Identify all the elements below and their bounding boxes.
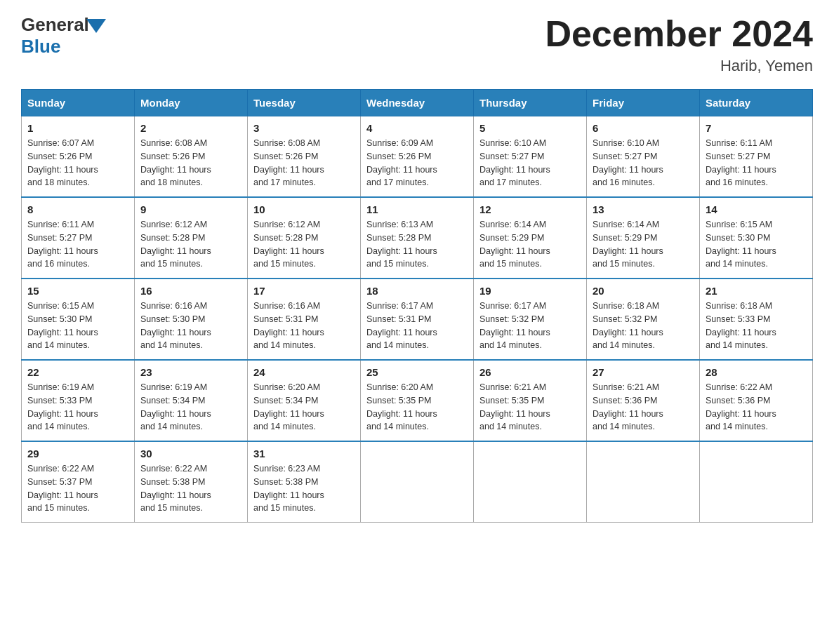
day-info: Sunrise: 6:14 AMSunset: 5:29 PMDaylight:…	[479, 218, 581, 271]
day-number: 8	[27, 203, 128, 215]
day-info: Sunrise: 6:20 AMSunset: 5:34 PMDaylight:…	[253, 381, 355, 434]
day-number: 19	[479, 285, 581, 297]
calendar-cell: 16Sunrise: 6:16 AMSunset: 5:30 PMDayligh…	[135, 279, 248, 360]
day-number: 23	[140, 366, 241, 378]
day-number: 15	[27, 285, 128, 297]
day-info: Sunrise: 6:17 AMSunset: 5:31 PMDaylight:…	[366, 300, 468, 352]
calendar-cell: 6Sunrise: 6:10 AMSunset: 5:27 PMDaylight…	[587, 116, 700, 198]
week-row-1: 1Sunrise: 6:07 AMSunset: 5:26 PMDaylight…	[22, 116, 813, 198]
day-number: 26	[479, 366, 581, 378]
calendar-cell: 12Sunrise: 6:14 AMSunset: 5:29 PMDayligh…	[474, 197, 587, 279]
day-number: 30	[140, 448, 241, 459]
calendar-cell: 2Sunrise: 6:08 AMSunset: 5:26 PMDaylight…	[135, 116, 248, 198]
day-info: Sunrise: 6:10 AMSunset: 5:27 PMDaylight:…	[593, 137, 694, 189]
calendar-cell: 31Sunrise: 6:23 AMSunset: 5:38 PMDayligh…	[248, 441, 361, 523]
header-tuesday: Tuesday	[248, 90, 361, 116]
calendar-cell	[474, 441, 587, 523]
week-row-5: 29Sunrise: 6:22 AMSunset: 5:37 PMDayligh…	[22, 441, 813, 523]
day-number: 20	[593, 285, 694, 297]
day-info: Sunrise: 6:19 AMSunset: 5:33 PMDaylight:…	[27, 381, 128, 434]
logo-icon: General Blue	[21, 14, 106, 58]
logo-general: General	[21, 14, 89, 36]
day-number: 31	[253, 448, 355, 459]
calendar-cell: 7Sunrise: 6:11 AMSunset: 5:27 PMDaylight…	[700, 116, 813, 198]
header-wednesday: Wednesday	[361, 90, 474, 116]
calendar-cell: 27Sunrise: 6:21 AMSunset: 5:36 PMDayligh…	[587, 360, 700, 441]
day-info: Sunrise: 6:22 AMSunset: 5:36 PMDaylight:…	[706, 381, 807, 434]
day-info: Sunrise: 6:18 AMSunset: 5:32 PMDaylight:…	[593, 300, 694, 352]
header-row: SundayMondayTuesdayWednesdayThursdayFrid…	[22, 90, 813, 116]
day-info: Sunrise: 6:21 AMSunset: 5:35 PMDaylight:…	[479, 381, 581, 434]
calendar-body: 1Sunrise: 6:07 AMSunset: 5:26 PMDaylight…	[22, 116, 813, 523]
day-number: 27	[593, 366, 694, 378]
calendar-cell: 19Sunrise: 6:17 AMSunset: 5:32 PMDayligh…	[474, 279, 587, 360]
calendar-cell: 23Sunrise: 6:19 AMSunset: 5:34 PMDayligh…	[135, 360, 248, 441]
page-title: December 2024	[545, 14, 813, 54]
day-info: Sunrise: 6:16 AMSunset: 5:30 PMDaylight:…	[140, 300, 241, 352]
day-number: 7	[706, 122, 807, 134]
day-number: 10	[253, 203, 355, 215]
calendar-cell: 13Sunrise: 6:14 AMSunset: 5:29 PMDayligh…	[587, 197, 700, 279]
day-info: Sunrise: 6:23 AMSunset: 5:38 PMDaylight:…	[253, 462, 355, 515]
header-friday: Friday	[587, 90, 700, 116]
calendar-cell: 18Sunrise: 6:17 AMSunset: 5:31 PMDayligh…	[361, 279, 474, 360]
header-saturday: Saturday	[700, 90, 813, 116]
calendar-cell	[587, 441, 700, 523]
page-header: General Blue December 2024 Harib, Yemen	[21, 14, 813, 75]
day-number: 25	[366, 366, 468, 378]
calendar-cell: 21Sunrise: 6:18 AMSunset: 5:33 PMDayligh…	[700, 279, 813, 360]
day-info: Sunrise: 6:11 AMSunset: 5:27 PMDaylight:…	[27, 218, 128, 271]
day-number: 29	[27, 448, 128, 459]
calendar-cell: 5Sunrise: 6:10 AMSunset: 5:27 PMDaylight…	[474, 116, 587, 198]
title-block: December 2024 Harib, Yemen	[545, 14, 813, 75]
day-number: 22	[27, 366, 128, 378]
day-number: 28	[706, 366, 807, 378]
header-monday: Monday	[135, 90, 248, 116]
day-info: Sunrise: 6:07 AMSunset: 5:26 PMDaylight:…	[27, 137, 128, 189]
calendar-cell: 20Sunrise: 6:18 AMSunset: 5:32 PMDayligh…	[587, 279, 700, 360]
day-number: 3	[253, 122, 355, 134]
calendar-table: SundayMondayTuesdayWednesdayThursdayFrid…	[21, 89, 813, 523]
calendar-cell: 29Sunrise: 6:22 AMSunset: 5:37 PMDayligh…	[22, 441, 135, 523]
day-info: Sunrise: 6:21 AMSunset: 5:36 PMDaylight:…	[593, 381, 694, 434]
day-info: Sunrise: 6:15 AMSunset: 5:30 PMDaylight:…	[706, 218, 807, 271]
day-number: 2	[140, 122, 241, 134]
day-info: Sunrise: 6:10 AMSunset: 5:27 PMDaylight:…	[479, 137, 581, 189]
day-number: 17	[253, 285, 355, 297]
day-info: Sunrise: 6:09 AMSunset: 5:26 PMDaylight:…	[366, 137, 468, 189]
day-info: Sunrise: 6:22 AMSunset: 5:37 PMDaylight:…	[27, 462, 128, 515]
calendar-cell: 24Sunrise: 6:20 AMSunset: 5:34 PMDayligh…	[248, 360, 361, 441]
day-number: 18	[366, 285, 468, 297]
day-number: 1	[27, 122, 128, 134]
day-info: Sunrise: 6:18 AMSunset: 5:33 PMDaylight:…	[706, 300, 807, 352]
day-info: Sunrise: 6:15 AMSunset: 5:30 PMDaylight:…	[27, 300, 128, 352]
calendar-header: SundayMondayTuesdayWednesdayThursdayFrid…	[22, 90, 813, 116]
week-row-4: 22Sunrise: 6:19 AMSunset: 5:33 PMDayligh…	[22, 360, 813, 441]
calendar-cell	[361, 441, 474, 523]
day-number: 16	[140, 285, 241, 297]
day-number: 24	[253, 366, 355, 378]
header-sunday: Sunday	[22, 90, 135, 116]
day-info: Sunrise: 6:16 AMSunset: 5:31 PMDaylight:…	[253, 300, 355, 352]
page-subtitle: Harib, Yemen	[545, 57, 813, 75]
day-number: 13	[593, 203, 694, 215]
day-number: 4	[366, 122, 468, 134]
day-info: Sunrise: 6:08 AMSunset: 5:26 PMDaylight:…	[253, 137, 355, 189]
calendar-cell: 8Sunrise: 6:11 AMSunset: 5:27 PMDaylight…	[22, 197, 135, 279]
day-number: 12	[479, 203, 581, 215]
day-info: Sunrise: 6:14 AMSunset: 5:29 PMDaylight:…	[593, 218, 694, 271]
logo-triangle-icon	[86, 19, 106, 33]
logo-blue: Blue	[21, 36, 60, 58]
day-info: Sunrise: 6:08 AMSunset: 5:26 PMDaylight:…	[140, 137, 241, 189]
day-info: Sunrise: 6:12 AMSunset: 5:28 PMDaylight:…	[140, 218, 241, 271]
day-info: Sunrise: 6:11 AMSunset: 5:27 PMDaylight:…	[706, 137, 807, 189]
header-thursday: Thursday	[474, 90, 587, 116]
calendar-cell: 15Sunrise: 6:15 AMSunset: 5:30 PMDayligh…	[22, 279, 135, 360]
calendar-cell: 11Sunrise: 6:13 AMSunset: 5:28 PMDayligh…	[361, 197, 474, 279]
day-info: Sunrise: 6:17 AMSunset: 5:32 PMDaylight:…	[479, 300, 581, 352]
week-row-2: 8Sunrise: 6:11 AMSunset: 5:27 PMDaylight…	[22, 197, 813, 279]
day-number: 9	[140, 203, 241, 215]
day-number: 6	[593, 122, 694, 134]
day-info: Sunrise: 6:12 AMSunset: 5:28 PMDaylight:…	[253, 218, 355, 271]
day-info: Sunrise: 6:19 AMSunset: 5:34 PMDaylight:…	[140, 381, 241, 434]
